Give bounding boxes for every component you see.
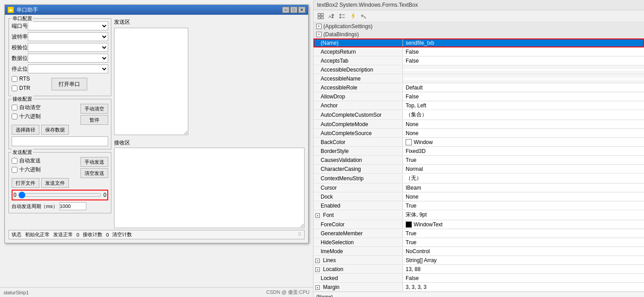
hex-send-row: 十六进制 xyxy=(12,166,79,174)
prop-row-cursor[interactable]: Cursor IBeam xyxy=(314,183,644,192)
rts-checkbox[interactable] xyxy=(12,76,17,82)
prop-name-label: (Name) xyxy=(314,39,403,47)
data-bindings-section[interactable]: + (DataBindings) xyxy=(314,30,644,38)
restore-button[interactable]: □ xyxy=(290,7,297,13)
prop-row-contextmenustrip[interactable]: ContextMenuStrip （无） xyxy=(314,174,644,183)
prop-row-causesvalidation[interactable]: CausesValidation True xyxy=(314,156,644,165)
properties-panel: textBox2 System.Windows.Forms.TextBox AZ xyxy=(313,0,644,297)
prop-row-accessiblename[interactable]: AccessibleName xyxy=(314,74,644,83)
recv-area-wrapper: 接收区 xyxy=(114,139,305,228)
auto-clear-row: 自动清空 xyxy=(12,104,79,111)
prop-backcolor-label: BackColor xyxy=(314,138,403,146)
prop-row-autocomplete-custom[interactable]: AutoCompleteCustomSor （集合） xyxy=(314,110,644,120)
clear-send-button[interactable]: 清空发送 xyxy=(80,168,108,178)
settings-icon[interactable] xyxy=(359,12,368,21)
statusbar-right: CSDN @ 傻蛋:CPU xyxy=(266,289,309,296)
window-frame: ■ 串口助手 ─ □ ✕ 串口配置 端口号 xyxy=(4,4,309,243)
prop-row-accessibledesc[interactable]: AccessibleDescription xyxy=(314,65,644,74)
prop-row-locked[interactable]: Locked False xyxy=(314,274,644,283)
baud-select[interactable] xyxy=(28,32,108,41)
window-title: 串口助手 xyxy=(17,6,280,14)
prop-row-autocompletesource[interactable]: AutoCompleteSource None xyxy=(314,129,644,138)
status-label: 状态 xyxy=(12,231,21,238)
prop-row-margin[interactable]: + Margin 3, 3, 3, 3 xyxy=(314,283,644,292)
svg-rect-2 xyxy=(318,17,320,19)
prop-desc-label: (Name) xyxy=(316,294,333,297)
hex-display-row: 十六进制 xyxy=(12,113,79,120)
save-data-button[interactable]: 保存数据 xyxy=(41,125,69,135)
hex-display-label: 十六进制 xyxy=(19,113,41,120)
prop-row-backcolor[interactable]: BackColor Window xyxy=(314,138,644,147)
port-select[interactable] xyxy=(28,21,108,30)
open-port-button[interactable]: 打开串口 xyxy=(51,78,87,90)
event-icon[interactable] xyxy=(348,12,357,21)
send-area-wrapper: 发送区 xyxy=(114,18,305,136)
prop-row-forecolor[interactable]: ForeColor WindowText xyxy=(314,220,644,229)
prop-row-font[interactable]: + Font 宋体, 9pt xyxy=(314,210,644,220)
prop-row-generatemember[interactable]: GenerateMember True xyxy=(314,229,644,238)
path-row: 选择路径 保存数据 xyxy=(12,125,108,135)
inner-status-bar: 状态 初始化正常 发送正常 0 接收计数 0 清空计数 ⠿ xyxy=(8,230,305,239)
hex-send-checkbox[interactable] xyxy=(12,167,17,173)
prop-row-imemode[interactable]: ImeMode NoControl xyxy=(314,247,644,256)
auto-clear-checkbox[interactable] xyxy=(12,105,17,110)
prop-row-acceptsreturn[interactable]: AcceptsReturn False xyxy=(314,47,644,56)
prop-row-enabled[interactable]: Enabled True xyxy=(314,201,644,210)
manual-send-button[interactable]: 手动发送 xyxy=(80,157,108,167)
prop-location-label: + Location xyxy=(314,265,403,273)
prop-toolbar: AZ xyxy=(314,10,644,22)
data-select[interactable] xyxy=(28,54,108,63)
open-file-button[interactable]: 打开文件 xyxy=(12,178,39,188)
stop-select[interactable] xyxy=(28,64,108,73)
save-path-input[interactable] xyxy=(12,136,108,146)
recv-textarea[interactable] xyxy=(114,148,305,228)
prop-causesvalidation-value: True xyxy=(403,156,644,164)
pause-button[interactable]: 暂停 xyxy=(80,115,108,125)
svg-rect-8 xyxy=(339,17,341,18)
auto-period-input[interactable] xyxy=(59,202,86,210)
prop-autocompletesource-value: None xyxy=(403,129,644,137)
sort-az-icon[interactable]: AZ xyxy=(327,12,336,21)
hex-display-checkbox[interactable] xyxy=(12,114,17,119)
send-file-button[interactable]: 发送文件 xyxy=(41,178,69,188)
grid-icon[interactable] xyxy=(316,12,325,21)
check-select[interactable] xyxy=(28,43,108,52)
select-path-button[interactable]: 选择路径 xyxy=(12,125,39,135)
app-settings-section[interactable]: + (ApplicationSettings) xyxy=(314,22,644,30)
prop-row-dock[interactable]: Dock None xyxy=(314,192,644,201)
prop-margin-value: 3, 3, 3, 3 xyxy=(403,283,644,291)
prop-row-accessiblerole[interactable]: AccessibleRole Default xyxy=(314,83,644,92)
prop-row-location[interactable]: + Location 13, 88 xyxy=(314,265,644,274)
close-button[interactable]: ✕ xyxy=(298,7,305,13)
prop-row-anchor[interactable]: Anchor Top, Left xyxy=(314,101,644,110)
prop-locked-label: Locked xyxy=(314,274,403,282)
prop-row-hideselection[interactable]: HideSelection True xyxy=(314,238,644,247)
prop-autocompletesource-label: AutoCompleteSource xyxy=(314,129,403,137)
prop-cursor-label: Cursor xyxy=(314,184,403,192)
send-config-group: 发送配置 自动发送 十六进制 xyxy=(8,152,111,213)
port-config-group: 串口配置 端口号 波特率 校验位 xyxy=(8,18,111,96)
prop-row-autocompletemode[interactable]: AutoCompleteMode None xyxy=(314,120,644,129)
prop-hideselection-label: HideSelection xyxy=(314,238,403,246)
dtr-checkbox[interactable] xyxy=(12,85,17,91)
prop-row-allowdrop[interactable]: AllowDrop False xyxy=(314,92,644,101)
prop-row-lines[interactable]: + Lines String[] Array xyxy=(314,256,644,265)
prop-dock-label: Dock xyxy=(314,193,403,201)
prop-charactercasing-value: Normal xyxy=(403,165,644,173)
prop-row-charactercasing[interactable]: CharacterCasing Normal xyxy=(314,165,644,174)
prop-enabled-value: True xyxy=(403,202,644,210)
auto-send-checkbox[interactable] xyxy=(12,158,17,164)
send-slider[interactable] xyxy=(18,191,102,199)
dtr-checkbox-row: DTR xyxy=(12,85,30,91)
prop-row-name[interactable]: (Name) sendfile_txb xyxy=(314,38,644,47)
prop-row-borderstyle[interactable]: BorderStyle Fixed3D xyxy=(314,147,644,156)
categories-icon[interactable] xyxy=(338,12,347,21)
prop-autocompletemode-value: None xyxy=(403,120,644,128)
prop-borderstyle-value: Fixed3D xyxy=(403,147,644,155)
svg-rect-1 xyxy=(321,13,323,16)
send-textarea[interactable] xyxy=(114,28,188,135)
prop-row-acceptstab[interactable]: AcceptsTab False xyxy=(314,56,644,65)
manual-clear-button[interactable]: 手动清空 xyxy=(80,104,108,114)
minimize-button[interactable]: ─ xyxy=(282,7,289,13)
main-layout: 串口配置 端口号 波特率 校验位 xyxy=(8,18,305,228)
